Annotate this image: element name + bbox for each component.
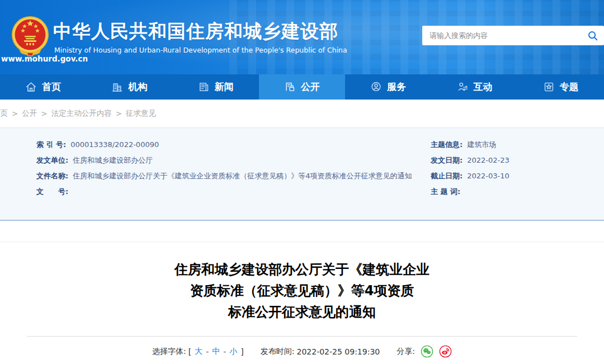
nav-item-interaction[interactable]: 互动: [431, 74, 517, 100]
breadcrumb-separator: >: [116, 109, 122, 118]
document-meta-panel: 索 引 号:000013338/2022-00090 发文单位:住房和城乡建设部…: [0, 127, 604, 221]
meta-label: 文 号:: [36, 187, 68, 196]
font-select-label: 选择字体:: [152, 347, 186, 357]
article-title-line: 标准公开征求意见的通知: [0, 301, 604, 323]
search-icon: [587, 30, 598, 41]
meta-value: 住房和城乡建设部办公厅关于《建筑业企业资质标准（征求意见稿）》等4项资质标准公开…: [73, 172, 412, 180]
section-divider: [0, 242, 604, 242]
meta-label: 发文日期:: [431, 156, 463, 164]
special-topic-icon: [543, 81, 555, 93]
article-title: 住房和城乡建设部办公厅关于《建筑业企业 资质标准（征求意见稿）》等4项资质 标准…: [0, 259, 604, 323]
meta-row-document-name: 文件名称:住房和城乡建设部办公厅关于《建筑业企业资质标准（征求意见稿）》等4项资…: [36, 168, 394, 184]
interaction-icon: [457, 81, 469, 93]
nav-item-service[interactable]: 服务: [345, 74, 431, 100]
nav-label: 服务: [387, 81, 406, 93]
font-size-large-link[interactable]: 大: [195, 347, 202, 357]
site-subtitle-en: Ministry of Housing and Urban-Rural Deve…: [54, 46, 347, 54]
national-emblem-icon: [10, 15, 50, 57]
meta-value: 2022-02-23: [467, 156, 509, 164]
search-button[interactable]: [582, 26, 604, 45]
nav-label: 首页: [42, 81, 61, 93]
disclosure-icon: [284, 81, 296, 93]
meta-value: 建筑市场: [467, 140, 496, 149]
meta-row-index-number: 索 引 号:000013338/2022-00090: [36, 137, 394, 153]
nav-label: 机构: [128, 81, 147, 93]
nav-item-home[interactable]: 首页: [0, 74, 86, 100]
meta-label: 截止日期:: [431, 172, 463, 180]
nav-item-disclosure[interactable]: 公开: [259, 74, 345, 100]
meta-value: 000013338/2022-00090: [70, 140, 159, 149]
news-icon: [198, 81, 210, 93]
publish-time-label: 发布时间:: [261, 347, 295, 357]
meta-label: 主题信息:: [431, 140, 463, 149]
article-title-line: 资质标准（征求意见稿）》等4项资质: [0, 280, 604, 301]
meta-row-issue-date: 发文日期:2022-02-23: [431, 153, 598, 168]
meta-label: 索 引 号:: [36, 140, 66, 149]
nav-item-news[interactable]: 新闻: [173, 74, 259, 100]
nav-item-organization[interactable]: 机构: [86, 74, 172, 100]
nav-label: 公开: [301, 81, 320, 93]
meta-row-topic-info: 主题信息:建筑市场: [431, 137, 598, 153]
main-nav: 首页 机构 新闻 公开 服务 互动: [0, 74, 604, 100]
meta-column-right: 主题信息:建筑市场 发文日期:2022-02-23 截止日期:2022-03-1…: [431, 137, 598, 200]
title-footer-divider: [27, 336, 577, 337]
article-title-line: 住房和城乡建设部办公厅关于《建筑业企业: [0, 259, 604, 280]
dash: -: [223, 347, 226, 356]
nav-label: 互动: [474, 81, 493, 93]
meta-label: 发文单位:: [36, 156, 68, 164]
search-box[interactable]: [422, 26, 604, 45]
breadcrumb-item-home[interactable]: 首页: [0, 108, 8, 119]
nav-label: 专题: [560, 81, 579, 93]
meta-row-deadline: 截止日期:2022-03-10: [431, 168, 598, 184]
nav-label: 新闻: [215, 81, 234, 93]
share-label: 分享:: [397, 347, 415, 357]
publish-time-value: 2022-02-25 09:19:30: [297, 347, 380, 356]
breadcrumb-separator: >: [12, 109, 18, 118]
meta-row-keywords: 主 题 词:: [431, 184, 598, 200]
font-size-medium-link[interactable]: 中: [212, 347, 220, 357]
bracket-close: ]: [240, 347, 243, 356]
breadcrumb-separator: >: [41, 109, 47, 118]
weibo-icon[interactable]: [439, 345, 452, 358]
meta-row-issuing-unit: 发文单位:住房和城乡建设部办公厅: [36, 153, 394, 168]
wechat-icon[interactable]: [421, 345, 433, 358]
organization-icon: [111, 81, 123, 93]
breadcrumb-item-disclosure[interactable]: 公开: [22, 108, 37, 119]
meta-value: 住房和城乡建设部办公厅: [73, 156, 153, 164]
site-header: 中华人民共和国住房和城乡建设部 Ministry of Housing and …: [0, 0, 604, 74]
breadcrumb-item-statutory-content[interactable]: 法定主动公开内容: [51, 108, 112, 119]
service-icon: [370, 81, 382, 93]
meta-row-document-number: 文 号:: [36, 184, 394, 200]
meta-label: 文件名称:: [36, 172, 68, 180]
home-icon: [25, 81, 37, 93]
breadcrumb-item-solicitation[interactable]: 征求意见: [126, 108, 156, 119]
font-size-small-link[interactable]: 小: [229, 347, 237, 357]
nav-item-special-topic[interactable]: 专题: [518, 74, 604, 100]
site-title: 中华人民共和国住房和城乡建设部: [53, 19, 338, 44]
bracket-open: [: [188, 347, 191, 356]
meta-column-left: 索 引 号:000013338/2022-00090 发文单位:住房和城乡建设部…: [36, 137, 394, 200]
breadcrumb: 首页 > 公开 > 法定主动公开内容 > 征求意见: [0, 100, 604, 127]
dash: -: [206, 347, 209, 356]
site-url: www.mohurd.gov.cn: [1, 54, 88, 63]
search-input[interactable]: [422, 31, 582, 40]
article-meta-bar: 选择字体: [ 大 - 中 - 小 ] 发布时间: 2022-02-25 09:…: [0, 345, 604, 358]
meta-value: 2022-03-10: [467, 172, 509, 180]
meta-label: 主 题 词:: [431, 187, 460, 196]
